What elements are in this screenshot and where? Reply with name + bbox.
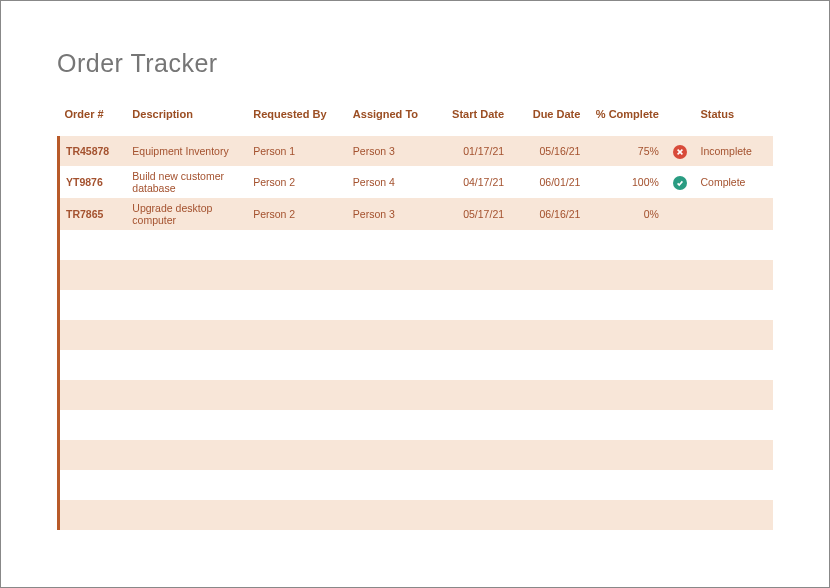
cell-assigned-to: Person 3 <box>347 136 434 166</box>
cell-pct-complete: 75% <box>586 136 664 166</box>
table-row-empty[interactable] <box>59 290 774 320</box>
cell-due-date: 06/16/21 <box>510 198 586 230</box>
cell-requested-by: Person 1 <box>247 136 347 166</box>
col-pct-complete[interactable]: % Complete <box>586 98 664 136</box>
cell-empty <box>59 290 127 320</box>
order-table: Order # Description Requested By Assigne… <box>57 98 773 530</box>
cell-status: Complete <box>694 166 773 198</box>
cell-pct-complete: 0% <box>586 198 664 230</box>
cell-empty <box>59 320 127 350</box>
table-row[interactable]: YT9876Build new customer databasePerson … <box>59 166 774 198</box>
cell-start-date: 05/17/21 <box>434 198 510 230</box>
order-table-wrap: Order # Description Requested By Assigne… <box>57 98 773 530</box>
table-body: TR45878Equipment InventoryPerson 1Person… <box>59 136 774 530</box>
table-row[interactable]: TR7865Upgrade desktop computerPerson 2Pe… <box>59 198 774 230</box>
col-order[interactable]: Order # <box>59 98 127 136</box>
cell-due-date: 05/16/21 <box>510 136 586 166</box>
cell-empty <box>59 500 127 530</box>
table-row-empty[interactable] <box>59 260 774 290</box>
col-status-icon <box>665 98 695 136</box>
cell-order: TR45878 <box>59 136 127 166</box>
cell-requested-by: Person 2 <box>247 166 347 198</box>
col-requested-by[interactable]: Requested By <box>247 98 347 136</box>
table-row[interactable]: TR45878Equipment InventoryPerson 1Person… <box>59 136 774 166</box>
table-row-empty[interactable] <box>59 410 774 440</box>
table-row-empty[interactable] <box>59 380 774 410</box>
col-start-date[interactable]: Start Date <box>434 98 510 136</box>
cell-order: YT9876 <box>59 166 127 198</box>
cell-status-icon <box>665 198 695 230</box>
cell-assigned-to: Person 4 <box>347 166 434 198</box>
cell-empty <box>59 260 127 290</box>
x-circle-icon <box>673 145 687 159</box>
cell-status: Incomplete <box>694 136 773 166</box>
col-description[interactable]: Description <box>126 98 247 136</box>
cell-description: Upgrade desktop computer <box>126 198 247 230</box>
table-row-empty[interactable] <box>59 500 774 530</box>
table-row-empty[interactable] <box>59 440 774 470</box>
cell-due-date: 06/01/21 <box>510 166 586 198</box>
table-row-empty[interactable] <box>59 320 774 350</box>
table-row-empty[interactable] <box>59 230 774 260</box>
check-circle-icon <box>673 176 687 190</box>
cell-status-icon <box>665 166 695 198</box>
cell-empty <box>59 350 127 380</box>
cell-pct-complete: 100% <box>586 166 664 198</box>
cell-empty <box>59 440 127 470</box>
cell-order: TR7865 <box>59 198 127 230</box>
cell-status-icon <box>665 136 695 166</box>
cell-empty <box>59 380 127 410</box>
col-assigned-to[interactable]: Assigned To <box>347 98 434 136</box>
cell-empty <box>59 410 127 440</box>
cell-empty <box>59 470 127 500</box>
cell-status <box>694 198 773 230</box>
cell-start-date: 01/17/21 <box>434 136 510 166</box>
page-title: Order Tracker <box>57 49 773 78</box>
cell-assigned-to: Person 3 <box>347 198 434 230</box>
col-due-date[interactable]: Due Date <box>510 98 586 136</box>
cell-description: Equipment Inventory <box>126 136 247 166</box>
table-header: Order # Description Requested By Assigne… <box>59 98 774 136</box>
cell-description: Build new customer database <box>126 166 247 198</box>
cell-empty <box>59 230 127 260</box>
table-row-empty[interactable] <box>59 350 774 380</box>
cell-start-date: 04/17/21 <box>434 166 510 198</box>
table-row-empty[interactable] <box>59 470 774 500</box>
cell-requested-by: Person 2 <box>247 198 347 230</box>
col-status[interactable]: Status <box>694 98 773 136</box>
